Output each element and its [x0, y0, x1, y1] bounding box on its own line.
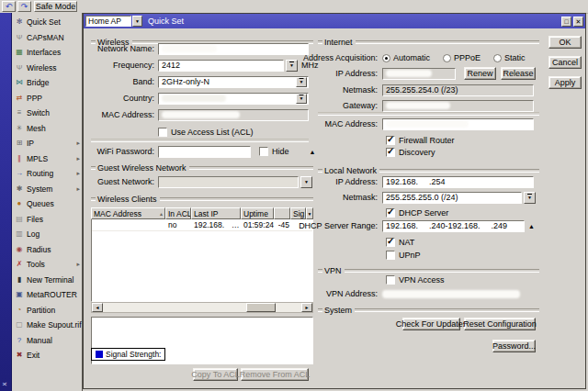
- sidebar-item-files[interactable]: ▤Files: [12, 212, 82, 228]
- firewall-router-label: Firewall Router: [399, 136, 455, 145]
- main-toolbar: ↶ ↷ Safe Mode: [0, 0, 588, 14]
- local-netmask-select[interactable]: 255.255.255.0 (/24): [382, 192, 522, 204]
- hide-label: Hide: [272, 147, 289, 156]
- sidebar-item-bridge[interactable]: ⋈Bridge: [12, 75, 82, 91]
- legend-label: Signal Strength:: [106, 350, 161, 359]
- use-access-list-label: Use Access List (ACL): [171, 128, 254, 137]
- check-for-updates-button[interactable]: Check For Updates: [402, 318, 460, 330]
- sidebar-item-queues[interactable]: ●Queues: [12, 196, 82, 212]
- sort-asc-icon: ▴: [160, 210, 163, 217]
- sidebar-item-partition[interactable]: ◔Partition: [12, 303, 82, 318]
- column-header-Sig[interactable]: Sig: [290, 207, 306, 219]
- guest-group-header: Guest Wireless Network: [91, 163, 313, 173]
- divider: [318, 112, 539, 116]
- wireless-icon: Ψ: [14, 63, 25, 73]
- sidebar-item-mpls[interactable]: ∥MPLS▸: [12, 151, 82, 167]
- vpn-access-checkbox[interactable]: [386, 275, 395, 285]
- sidebar-item-label: Manual: [27, 336, 52, 345]
- frequency-input[interactable]: 2412: [158, 60, 284, 72]
- sidebar-item-ppp[interactable]: ⇄PPP: [12, 91, 82, 106]
- radio-static[interactable]: [493, 54, 502, 62]
- column-header-In ACL[interactable]: In ACL: [165, 207, 191, 219]
- column-header-MAC Address[interactable]: MAC Address▴: [91, 207, 165, 219]
- sidebar-item-label: IP: [27, 139, 34, 148]
- interfaces-icon: ▦: [14, 48, 25, 57]
- mesh-icon: ✳: [14, 124, 25, 133]
- sidebar-item-interfaces[interactable]: ▦Interfaces: [12, 45, 82, 61]
- reset-configuration-button[interactable]: Reset Configuration: [464, 318, 536, 330]
- password-button[interactable]: Password...: [492, 340, 536, 352]
- new-terminal-icon: ▮: [14, 275, 25, 285]
- internet-ip-label: IP Address:: [267, 69, 382, 78]
- wifi-password-row: WiFi Password: Hide ▲: [84, 145, 315, 158]
- sidebar-item-label: Log: [27, 229, 40, 239]
- sidebar-item-mesh[interactable]: ✳Mesh: [12, 121, 82, 137]
- wifi-password-label: WiFi Password:: [84, 147, 158, 156]
- internet-mac-input[interactable]: [382, 118, 534, 130]
- remove-from-acl-button[interactable]: Remove From ACL: [241, 368, 309, 381]
- cancel-button[interactable]: Cancel: [548, 56, 582, 69]
- sidebar-item-metarouter[interactable]: ▣MetaROUTER: [12, 287, 82, 303]
- undo-button[interactable]: ↶: [2, 1, 16, 12]
- upnp-checkbox[interactable]: [386, 251, 395, 260]
- sidebar-item-exit[interactable]: ✖Exit: [12, 348, 82, 363]
- column-header-Uptime[interactable]: Uptime: [241, 207, 274, 219]
- local-ip-input[interactable]: 192.168..254: [382, 176, 534, 188]
- sidebar-item-tools[interactable]: ✗Tools▸: [12, 257, 82, 273]
- sidebar-item-radius[interactable]: ◉Radius: [12, 242, 82, 258]
- capsman-icon: Ψ: [14, 33, 25, 42]
- sidebar-item-label: CAPsMAN: [27, 33, 64, 42]
- scroll-right-button[interactable]: ►: [301, 303, 312, 312]
- sidebar-item-make-supout[interactable]: ▢Make Supout.rif: [12, 318, 82, 333]
- wifi-password-input[interactable]: [158, 146, 251, 158]
- sidebar-item-quick-set[interactable]: ✻Quick Set: [12, 15, 82, 30]
- hide-checkbox[interactable]: [259, 147, 268, 156]
- sidebar-item-switch[interactable]: ≡Switch: [12, 106, 82, 121]
- renew-button[interactable]: Renew: [464, 67, 496, 80]
- dhcp-range-label: DHCP Server Range:: [267, 221, 382, 230]
- scroll-left-button[interactable]: ◄: [92, 303, 103, 312]
- apply-button[interactable]: Apply: [548, 76, 582, 89]
- nat-checkbox[interactable]: [386, 238, 395, 247]
- mode-select[interactable]: Home AP: [85, 16, 131, 27]
- sidebar-item-new-terminal[interactable]: ▮New Terminal: [12, 273, 82, 288]
- sidebar-item-wireless[interactable]: ΨWireless: [12, 61, 82, 76]
- mode-select-arrow-button[interactable]: ▼: [132, 16, 142, 27]
- sidebar-item-routing[interactable]: →Routing▸: [12, 166, 82, 182]
- close-button[interactable]: ✕: [573, 17, 583, 27]
- scrollbar-thumb[interactable]: [246, 303, 276, 312]
- radio-automatic[interactable]: [382, 54, 390, 62]
- use-access-list-checkbox[interactable]: [158, 128, 167, 137]
- radio-pppoe[interactable]: [443, 54, 451, 62]
- column-select-button[interactable]: ▼: [306, 207, 313, 219]
- window-title: Quick Set: [148, 17, 560, 26]
- redo-button[interactable]: ↷: [17, 1, 31, 12]
- collapse-arrow-button[interactable]: ▲: [528, 223, 535, 229]
- sidebar-item-ip[interactable]: ⊞IP▸: [12, 136, 82, 151]
- sidebar-item-system[interactable]: ✱System▸: [12, 182, 82, 197]
- sidebar-item-capsman[interactable]: ΨCAPsMAN: [12, 30, 82, 46]
- strip-text: x: [0, 383, 8, 386]
- quick-set-icon: ✻: [14, 17, 25, 27]
- copy-to-acl-button[interactable]: Copy To ACL: [193, 368, 238, 381]
- dhcp-server-checkbox[interactable]: [386, 208, 395, 218]
- firewall-router-checkbox[interactable]: [386, 136, 395, 145]
- discovery-checkbox[interactable]: [386, 148, 395, 157]
- dhcp-range-input[interactable]: 192.168..240-192.168..249: [382, 220, 525, 232]
- guest-network-label: Guest Network:: [84, 177, 158, 186]
- release-button[interactable]: Release: [501, 67, 536, 80]
- column-header-Last IP[interactable]: Last IP: [191, 207, 241, 219]
- column-header-signal-value[interactable]: [274, 207, 290, 219]
- maximize-icon: □: [564, 18, 568, 25]
- band-label: Band:: [84, 77, 158, 86]
- sidebar-item-label: Interfaces: [27, 48, 61, 57]
- ok-button[interactable]: OK: [548, 36, 582, 49]
- horizontal-scrollbar[interactable]: ◄ ►: [91, 302, 313, 313]
- maximize-button[interactable]: □: [561, 17, 571, 27]
- collapse-arrow-button[interactable]: ▲: [310, 149, 316, 155]
- sidebar-item-manual[interactable]: ?Manual: [12, 333, 82, 349]
- sidebar-item-log[interactable]: ▥Log: [12, 227, 82, 242]
- local-netmask-dropdown-button[interactable]: ▼: [524, 192, 536, 204]
- safe-mode-button[interactable]: Safe Mode: [34, 1, 77, 12]
- chevron-down-icon: ▼: [527, 195, 532, 200]
